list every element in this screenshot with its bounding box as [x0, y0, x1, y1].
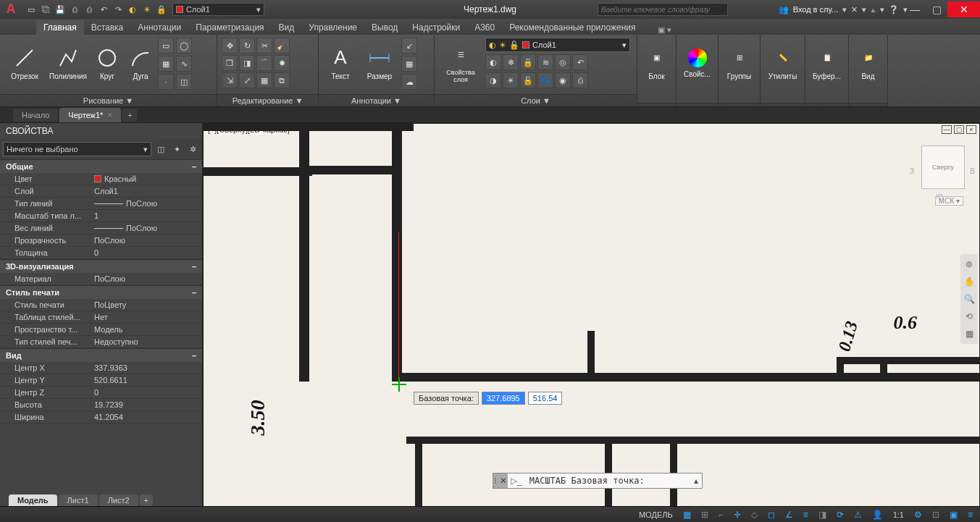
property-row[interactable]: Центр X337.9363 — [0, 362, 202, 374]
customize-icon[interactable]: ≡ — [965, 508, 976, 521]
people-icon[interactable]: 👥 — [779, 5, 789, 14]
ellipse-icon[interactable]: ◯ — [176, 38, 192, 54]
sun-icon[interactable]: ☀ — [141, 3, 154, 16]
status-model[interactable]: МОДЕЛЬ — [636, 510, 676, 519]
tab-drawing1[interactable]: Чертеж1*× — [59, 108, 121, 122]
property-row[interactable]: Толщина0 — [0, 247, 202, 259]
chevron-down-icon[interactable]: ▾ — [880, 5, 884, 14]
layer-prev-icon[interactable]: ↶ — [572, 54, 588, 70]
ribbon-panel-menu-icon[interactable]: ▣ ▾ — [658, 25, 671, 35]
property-row[interactable]: Тип стилей печ...Недоступно — [0, 336, 202, 348]
chevron-down-icon[interactable]: ▾ — [862, 5, 866, 14]
groups-button[interactable]: ⊞Группы — [723, 38, 755, 88]
layout-sheet2[interactable]: Лист2 — [99, 494, 138, 506]
undo-icon[interactable]: ↶ — [97, 3, 110, 16]
tab-output[interactable]: Вывод — [364, 20, 405, 35]
props-button[interactable]: Свойс... — [681, 38, 713, 88]
property-row[interactable]: Центр Z0 — [0, 387, 202, 399]
fullnav-icon[interactable]: ⊚ — [962, 257, 976, 271]
circle-button[interactable]: Круг — [91, 38, 123, 88]
osnap-icon[interactable]: ◻ — [765, 508, 778, 521]
region-icon[interactable]: ◫ — [176, 74, 192, 90]
chevron-down-icon[interactable]: ▾ — [842, 5, 847, 14]
section-header[interactable]: Стиль печати– — [0, 285, 202, 299]
trim-icon[interactable]: ✂ — [256, 38, 272, 54]
workspace-icon[interactable]: ⚙ — [911, 508, 925, 521]
wcs-label[interactable]: МСК ▾ — [935, 196, 963, 206]
dyn-x-value[interactable]: 327.6895 — [482, 392, 525, 405]
properties-body[interactable]: Общие–ЦветКрасныйСлойСлой1Тип линийПоСло… — [0, 159, 202, 507]
signin-button[interactable]: Вход в слу... — [793, 5, 838, 14]
property-row[interactable]: ПрозрачностьПоСлою — [0, 235, 202, 247]
tab-insert[interactable]: Вставка — [84, 20, 131, 35]
layer-combo[interactable]: ◐ ☀ 🔓 Слой1 ▾ — [485, 38, 630, 52]
tab-view[interactable]: Вид — [272, 20, 302, 35]
hatch-icon[interactable]: ▦ — [158, 56, 174, 72]
section-header[interactable]: Общие– — [0, 159, 202, 173]
isodraft-icon[interactable]: ◇ — [748, 508, 761, 521]
view-button[interactable]: 📁Вид — [853, 38, 883, 88]
close-icon[interactable]: × — [107, 110, 112, 120]
tab-start[interactable]: Начало — [13, 109, 58, 122]
layout-model[interactable]: Модель — [9, 494, 57, 506]
saveas-icon[interactable]: ⎙ — [68, 3, 81, 16]
line-button[interactable]: Отрезок — [4, 38, 45, 88]
annoscale-icon[interactable]: 👤 — [869, 508, 886, 521]
section-header[interactable]: Вид– — [0, 348, 202, 362]
maximize-button[interactable]: ▢ — [926, 1, 947, 17]
copy-icon[interactable]: ❐ — [222, 55, 238, 71]
layout-sheet1[interactable]: Лист1 — [59, 494, 98, 506]
grid-icon[interactable]: ▦ — [680, 508, 694, 521]
property-row[interactable]: МатериалПоСлою — [0, 273, 202, 285]
status-scale[interactable]: 1:1 — [890, 510, 907, 519]
mirror-icon[interactable]: ◨ — [239, 55, 255, 71]
save-icon[interactable]: 💾 — [54, 3, 67, 16]
add-layout-button[interactable]: + — [140, 494, 153, 506]
dimension-button[interactable]: Размер — [361, 38, 398, 88]
cloud-icon[interactable]: ☁ — [401, 74, 417, 90]
panel-annot-title[interactable]: Аннотации ▼ — [319, 94, 434, 106]
property-row[interactable]: ЦветКрасный — [0, 173, 202, 185]
help-icon[interactable]: ❔ — [889, 5, 899, 14]
orbit-icon[interactable]: ⟲ — [962, 309, 976, 324]
qat-layer-combo[interactable]: Слой1 ▾ — [172, 3, 264, 16]
lineweight-icon[interactable]: ≡ — [800, 508, 811, 521]
cmd-history-icon[interactable]: ▴ — [690, 476, 702, 486]
layer-off-icon[interactable]: ◐ — [485, 54, 501, 70]
drawing-canvas[interactable]: [–][Сверху][2D-каркас] — ▢ × Базовая точ… — [203, 123, 980, 507]
property-row[interactable]: Масштаб типа л...1 — [0, 210, 202, 222]
transparency-icon[interactable]: ◨ — [816, 508, 829, 521]
arc-button[interactable]: Дуга — [126, 38, 155, 88]
move-icon[interactable]: ✥ — [222, 38, 238, 54]
pan-icon[interactable]: ✋ — [962, 274, 976, 289]
offset-icon[interactable]: ⧉ — [274, 72, 290, 88]
clipboard-button[interactable]: 📋Буфер... — [810, 38, 844, 88]
point-icon[interactable]: ∙ — [158, 74, 174, 90]
layer-unlock-icon[interactable]: 🔓 — [520, 72, 536, 88]
layer-state-icon[interactable]: ⎙ — [572, 72, 588, 88]
panel-modify-title[interactable]: Редактирование ▼ — [217, 94, 318, 106]
spline-icon[interactable]: ∿ — [176, 56, 192, 72]
vp-restore-icon[interactable]: ▢ — [954, 125, 964, 134]
vp-close-icon[interactable]: × — [966, 125, 976, 134]
layer-uniso-icon[interactable]: ◉ — [555, 72, 571, 88]
property-row[interactable]: Центр Y520.6611 — [0, 374, 202, 387]
property-row[interactable]: Высота19.7239 — [0, 399, 202, 411]
array-icon[interactable]: ▦ — [256, 72, 272, 88]
new-tab-button[interactable]: + — [122, 109, 137, 122]
plot-icon[interactable]: ⎙ — [83, 3, 96, 16]
text-button[interactable]: AТекст — [323, 38, 358, 88]
tab-addins[interactable]: Надстройки — [405, 20, 467, 35]
open-icon[interactable]: ⿻ — [39, 3, 52, 16]
property-row[interactable]: Стиль печатиПоЦвету — [0, 299, 202, 311]
selection-combo[interactable]: Ничего не выбрано ▾ — [3, 142, 151, 156]
dyn-y-value[interactable]: 516.54 — [528, 392, 563, 405]
snap-icon[interactable]: ⊞ — [698, 508, 711, 521]
layer-lock-icon[interactable]: 🔒 — [520, 54, 536, 70]
polar-icon[interactable]: ✛ — [731, 508, 744, 521]
section-header[interactable]: 3D-визуализация– — [0, 259, 202, 273]
scale-icon[interactable]: ⤢ — [239, 72, 255, 88]
property-row[interactable]: Тип линийПоСлою — [0, 198, 202, 210]
ortho-icon[interactable]: ⌐ — [716, 508, 726, 521]
zoom-extents-icon[interactable]: 🔍 — [962, 292, 976, 306]
